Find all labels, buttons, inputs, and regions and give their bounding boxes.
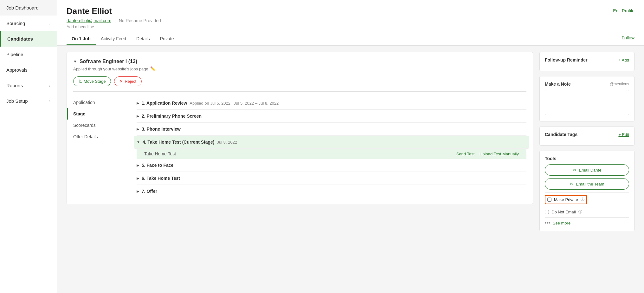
add-headline-link[interactable]: Add a headline — [67, 24, 634, 29]
job-card: ▼ Software Engineer I (13) Applied throu… — [67, 52, 533, 204]
send-test-link[interactable]: Send Test — [456, 152, 475, 156]
upload-test-manually-link[interactable]: Upload Test Manually — [480, 152, 519, 156]
stage-nav-column: Application Stage Scorecards Offer Detai… — [73, 97, 137, 198]
see-more-link[interactable]: ••• See more — [545, 220, 629, 226]
content-area: ▼ Software Engineer I (13) Applied throu… — [57, 46, 644, 238]
stage-collapse-icon: ▶ — [137, 114, 139, 118]
make-private-row[interactable]: Make Private ⓘ — [545, 195, 587, 204]
tabs-bar: On 1 JobActivity FeedDetailsPrivate Foll… — [67, 33, 634, 45]
tools-section: Tools ✉ Email Dante ✉ Email the Team Mak… — [539, 151, 634, 231]
candidate-tags-section: Candidate Tags + Edit — [539, 127, 634, 146]
stage-row[interactable]: ▶ 2. Preliminary Phone Screen — [137, 110, 526, 123]
sidebar-item-approvals[interactable]: Approvals — [0, 62, 57, 78]
sidebar-label: Pipeline — [6, 52, 23, 57]
reject-icon: ✕ — [119, 79, 123, 84]
candidate-header: Dante Elliot Edit Profile dante.elliot@j… — [57, 0, 644, 46]
stage-collapse-icon: ▶ — [137, 101, 139, 105]
job-subtitle: Applied through your website's jobs page… — [73, 66, 526, 71]
edit-tags-link[interactable]: + Edit — [618, 132, 629, 137]
stage-collapse-icon: ▶ — [137, 163, 139, 167]
sidebar-item-reports[interactable]: Reports› — [0, 78, 57, 93]
stage-row[interactable]: ▶ 6. Take Home Test — [137, 172, 526, 185]
do-not-email-checkbox[interactable] — [545, 210, 549, 214]
collapse-arrow-icon[interactable]: ▼ — [73, 59, 77, 64]
stage-expand-icon: ▼ — [137, 140, 140, 144]
chevron-icon: › — [49, 21, 50, 26]
note-textarea[interactable] — [545, 90, 629, 115]
job-title: Software Engineer I (13) — [80, 59, 137, 64]
sidebar-item-candidates[interactable]: Candidates — [0, 31, 57, 47]
make-private-info-icon: ⓘ — [581, 197, 584, 202]
stage-nav-offer-details[interactable]: Offer Details — [73, 131, 137, 142]
chevron-icon: › — [49, 99, 50, 103]
stage-collapse-icon: ▶ — [137, 127, 139, 131]
candidate-subheader: dante.elliot@jmail.com | No Resume Provi… — [67, 18, 634, 23]
sidebar-label: Job Dashboard — [6, 5, 39, 10]
sidebar-label: Approvals — [6, 67, 28, 73]
current-stage-row[interactable]: ▼ 4. Take Home Test (Current Stage) Jul … — [134, 136, 529, 149]
sidebar-item-sourcing[interactable]: Sourcing› — [0, 16, 57, 31]
chevron-icon: › — [49, 83, 50, 88]
stage-nav-stage[interactable]: Stage — [73, 108, 137, 120]
take-home-test-row: Take Home Test Send Test | Upload Test M… — [137, 149, 526, 159]
no-resume-text: No Resume Provided — [119, 18, 161, 23]
make-note-section: Make a Note @mentions — [539, 76, 634, 121]
candidate-email[interactable]: dante.elliot@jmail.com — [67, 18, 111, 23]
mentions-label: @mentions — [610, 82, 629, 86]
edit-profile-link[interactable]: Edit Profile — [613, 8, 634, 13]
stage-collapse-icon: ▶ — [137, 176, 139, 180]
stage-list: ▶ 1. Application Review Applied on Jul 5… — [137, 97, 526, 198]
stage-nav-scorecards[interactable]: Scorecards — [73, 120, 137, 131]
email-dante-icon: ✉ — [573, 167, 576, 173]
stage-row[interactable]: ▶ 5. Face to Face — [137, 159, 526, 172]
sidebar-label: Job Setup — [6, 98, 28, 104]
do-not-email-info-icon: ⓘ — [578, 209, 582, 215]
sidebar-item-pipeline[interactable]: Pipeline — [0, 47, 57, 62]
stage-row[interactable]: ▶ 7. Offer — [137, 185, 526, 198]
make-private-checkbox[interactable] — [547, 198, 551, 202]
stage-row[interactable]: ▶ 1. Application Review Applied on Jul 5… — [137, 97, 526, 110]
stage-navigation: Application Stage Scorecards Offer Detai… — [73, 91, 526, 198]
tab-private[interactable]: Private — [155, 33, 179, 45]
stage-nav-application[interactable]: Application — [73, 97, 137, 108]
email-dante-button[interactable]: ✉ Email Dante — [545, 164, 629, 176]
make-note-title: Make a Note — [545, 81, 571, 87]
stage-row[interactable]: ▶ 3. Phone Interview — [137, 123, 526, 136]
reject-button[interactable]: ✕ Reject — [114, 76, 142, 86]
candidate-tags-title: Candidate Tags — [545, 132, 577, 137]
follow-up-title: Follow-up Reminder — [545, 57, 588, 62]
sidebar-item-job-setup[interactable]: Job Setup› — [0, 93, 57, 109]
follow-button[interactable]: Follow — [622, 35, 634, 43]
sidebar-label: Sourcing — [6, 21, 25, 26]
tab-on-1-job[interactable]: On 1 Job — [67, 33, 96, 45]
sidebar: Job DashboardSourcing›CandidatesPipeline… — [0, 0, 57, 293]
move-stage-button[interactable]: ⇅ Move Stage — [73, 76, 111, 86]
tab-details[interactable]: Details — [131, 33, 155, 45]
sidebar-label: Reports — [6, 83, 23, 88]
add-reminder-link[interactable]: + Add — [618, 58, 629, 62]
email-team-button[interactable]: ✉ Email the Team — [545, 178, 629, 190]
sidebar-label: Candidates — [7, 36, 33, 42]
action-buttons: ⇅ Move Stage ✕ Reject — [73, 76, 526, 86]
tools-title: Tools — [545, 156, 556, 161]
right-panel: Follow-up Reminder + Add Make a Note @me… — [539, 52, 634, 231]
edit-subtitle-icon[interactable]: ✏️ — [150, 66, 156, 71]
main-panel: ▼ Software Engineer I (13) Applied throu… — [67, 52, 533, 231]
tab-activity-feed[interactable]: Activity Feed — [96, 33, 131, 45]
sidebar-item-job-dashboard[interactable]: Job Dashboard — [0, 0, 57, 16]
main-content: Dante Elliot Edit Profile dante.elliot@j… — [57, 0, 644, 293]
tab-list: On 1 JobActivity FeedDetailsPrivate — [67, 33, 179, 45]
move-stage-icon: ⇅ — [79, 79, 82, 84]
do-not-email-row[interactable]: Do Not Email ⓘ — [545, 209, 629, 215]
stage-collapse-icon: ▶ — [137, 189, 139, 193]
follow-up-section: Follow-up Reminder + Add — [539, 52, 634, 71]
candidate-name: Dante Elliot — [67, 6, 112, 16]
email-team-icon: ✉ — [570, 181, 573, 186]
